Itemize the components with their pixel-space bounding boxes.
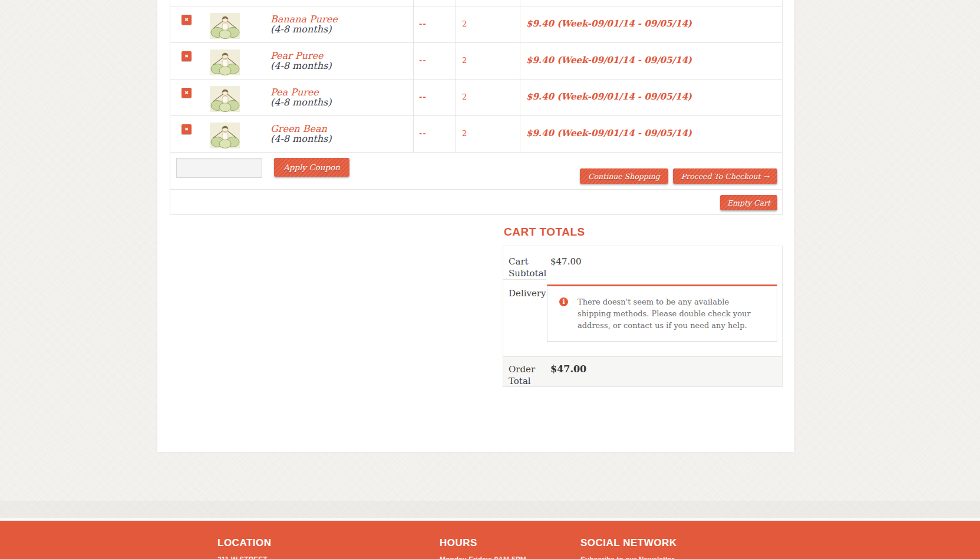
cart-item-row: ✖ Green Bean (4-8 months) <box>170 116 782 153</box>
pre-footer-band <box>0 501 980 518</box>
product-name-link[interactable]: Green Bean <box>270 124 331 134</box>
product-cell: ✖ Banana Puree (4-8 months) <box>170 6 414 42</box>
remove-item-button[interactable]: ✖ <box>182 124 192 134</box>
item-price: -- <box>414 116 456 152</box>
product-age-range: (4-8 months) <box>270 24 338 34</box>
item-price: -- <box>414 43 456 79</box>
footer-heading: HOURS <box>440 537 526 549</box>
cart-item-row: ✖ Pear Puree (4-8 months) <box>170 43 782 80</box>
footer-column: HOURS Monday-Friday: 9AM-5PM <box>440 521 526 559</box>
footer-heading: SOCIAL NETWORK <box>580 537 677 549</box>
cart-table: ✖ Banana Puree (4-8 months) <box>170 0 783 215</box>
footer-text-line: Monday-Friday: 9AM-5PM <box>440 555 526 559</box>
cart-rows: ✖ Banana Puree (4-8 months) <box>170 6 782 153</box>
item-quantity: 2 <box>456 80 520 115</box>
product-name-link[interactable]: Banana Puree <box>270 14 338 24</box>
footer-text-line: 211 W STREET <box>217 555 272 559</box>
order-total-label: Order Total <box>503 357 546 386</box>
info-icon: i <box>559 297 568 306</box>
item-price: -- <box>414 80 456 115</box>
item-total: $9.40 (Week-09/01/14 - 09/05/14) <box>520 80 782 115</box>
product-cell: ✖ Pear Puree (4-8 months) <box>170 43 414 79</box>
footer-heading: LOCATION <box>217 537 272 549</box>
footer-text-line: Subscribe to our Newsletter <box>580 555 677 559</box>
empty-cart-button[interactable]: Empty Cart <box>720 195 777 210</box>
item-total: $9.40 (Week-09/01/14 - 09/05/14) <box>520 116 782 152</box>
cart-table-header-partial <box>170 0 782 6</box>
cart-totals-table: Cart Subtotal $47.00 Delivery i There do… <box>503 246 783 387</box>
shipping-notice-box: i There doesn't seem to be any available… <box>547 285 777 342</box>
order-total-value: $47.00 <box>546 357 782 386</box>
remove-icon: ✖ <box>184 54 189 59</box>
product-age-range: (4-8 months) <box>270 134 331 144</box>
product-thumbnail[interactable] <box>210 49 240 75</box>
cart-item-row: ✖ Pea Puree (4-8 months) <box>170 80 782 116</box>
proceed-to-checkout-button[interactable]: Proceed To Checkout → <box>673 168 777 184</box>
product-name-link[interactable]: Pea Puree <box>270 87 331 97</box>
cart-actions: Continue Shopping Proceed To Checkout → <box>580 168 777 184</box>
remove-icon: ✖ <box>184 127 189 132</box>
item-quantity: 2 <box>456 6 520 42</box>
empty-cart-row: Empty Cart <box>170 190 782 214</box>
footer-column: SOCIAL NETWORK Subscribe to our Newslett… <box>580 521 677 559</box>
product-age-range: (4-8 months) <box>270 97 331 107</box>
page-footer: LOCATION 211 W STREET HOURS Monday-Frida… <box>0 521 980 559</box>
subtotal-row: Cart Subtotal $47.00 <box>503 246 782 280</box>
footer-column: LOCATION 211 W STREET <box>217 521 272 559</box>
shipping-notice-text: There doesn't seem to be any available s… <box>578 296 754 332</box>
cart-page: { "colors": { "accent": "#e2593c", "link… <box>0 0 980 559</box>
item-price: -- <box>414 6 456 42</box>
content-card: ✖ Banana Puree (4-8 months) <box>157 0 794 452</box>
subtotal-label: Cart Subtotal <box>503 246 546 280</box>
product-thumbnail[interactable] <box>210 123 240 148</box>
subtotal-value: $47.00 <box>546 246 782 280</box>
coupon-row: Apply Coupon Continue Shopping Proceed T… <box>170 153 782 190</box>
product-age-range: (4-8 months) <box>270 61 331 71</box>
item-total: $9.40 (Week-09/01/14 - 09/05/14) <box>520 43 782 79</box>
product-cell: ✖ Green Bean (4-8 months) <box>170 116 414 152</box>
item-quantity: 2 <box>456 116 520 152</box>
remove-icon: ✖ <box>184 90 189 95</box>
order-total-row: Order Total $47.00 <box>503 356 782 386</box>
apply-coupon-button[interactable]: Apply Coupon <box>274 158 349 177</box>
product-thumbnail[interactable] <box>210 13 240 39</box>
cart-item-row: ✖ Banana Puree (4-8 months) <box>170 6 782 43</box>
item-quantity: 2 <box>456 43 520 79</box>
remove-icon: ✖ <box>184 17 189 22</box>
item-total: $9.40 (Week-09/01/14 - 09/05/14) <box>520 6 782 42</box>
product-thumbnail[interactable] <box>210 86 240 112</box>
cart-totals-heading: CART TOTALS <box>504 226 585 239</box>
product-cell: ✖ Pea Puree (4-8 months) <box>170 80 414 115</box>
remove-item-button[interactable]: ✖ <box>182 51 192 61</box>
continue-shopping-button[interactable]: Continue Shopping <box>580 168 668 184</box>
product-name-link[interactable]: Pear Puree <box>270 51 331 61</box>
delivery-row: Delivery i There doesn't seem to be any … <box>503 280 782 356</box>
remove-item-button[interactable]: ✖ <box>182 15 192 25</box>
remove-item-button[interactable]: ✖ <box>182 88 192 98</box>
coupon-code-input[interactable] <box>176 158 262 178</box>
delivery-label: Delivery <box>503 280 546 356</box>
